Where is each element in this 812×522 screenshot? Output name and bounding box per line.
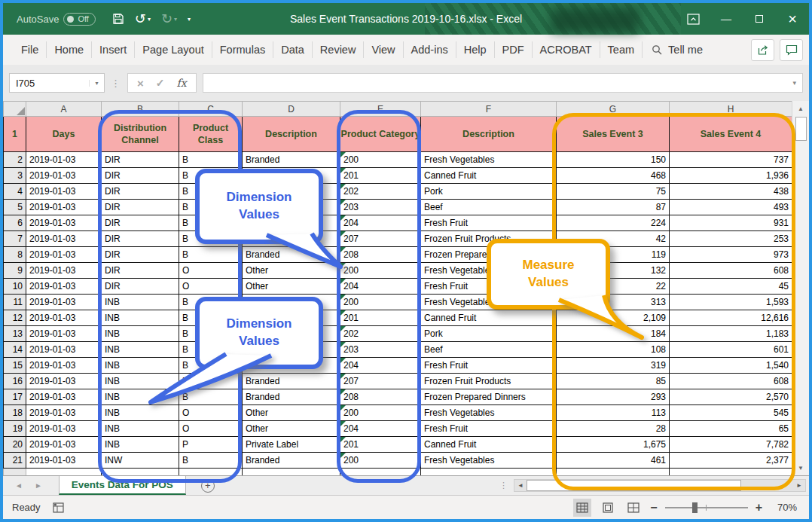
row-number[interactable]: 17 xyxy=(4,389,26,405)
cell-category[interactable]: 203 xyxy=(340,200,421,215)
ribbon-tab-add-ins[interactable]: Add-ins xyxy=(404,41,456,58)
macro-record-button[interactable] xyxy=(53,502,64,513)
ribbon-tab-home[interactable]: Home xyxy=(47,41,92,58)
cell-category-desc[interactable]: Fresh Fruit xyxy=(421,215,557,231)
cell-category[interactable]: 207 xyxy=(340,231,421,247)
cell-channel[interactable]: INB xyxy=(102,374,179,389)
cell-class-desc[interactable]: Private Label xyxy=(243,437,340,453)
ribbon-tab-formulas[interactable]: Formulas xyxy=(212,41,273,58)
cell-category[interactable]: 201 xyxy=(340,437,421,453)
cell-class[interactable]: O xyxy=(179,279,243,295)
column-header-d[interactable]: D xyxy=(243,102,340,117)
redo-button[interactable]: ↻ ▾ xyxy=(161,12,177,26)
name-box-dropdown-icon[interactable]: ▾ xyxy=(89,80,104,87)
cell-days[interactable]: 2019-01-03 xyxy=(26,326,102,342)
row-number[interactable]: 9 xyxy=(4,263,26,279)
row-number[interactable]: 6 xyxy=(4,215,26,231)
cell-event3[interactable]: 28 xyxy=(557,421,670,437)
cell-days[interactable]: 2019-01-03 xyxy=(26,215,102,231)
new-sheet-button[interactable]: + xyxy=(201,479,215,493)
cell-event3[interactable]: 468 xyxy=(557,168,670,184)
column-header-b[interactable]: B xyxy=(102,102,179,117)
ribbon-tab-data[interactable]: Data xyxy=(273,41,313,58)
ribbon-tab-review[interactable]: Review xyxy=(313,41,365,58)
cell-category-desc[interactable]: Canned Fruit xyxy=(421,437,557,453)
table-header-cell[interactable]: Description xyxy=(243,117,340,152)
cell-channel[interactable]: INW xyxy=(102,453,179,469)
row-number[interactable]: 3 xyxy=(4,168,26,184)
cell-class[interactable]: O xyxy=(179,421,243,437)
cell-channel[interactable]: DIR xyxy=(102,279,179,295)
cell-event3[interactable]: 85 xyxy=(557,374,670,389)
scroll-up-icon[interactable]: ▲ xyxy=(792,101,809,116)
cell-channel[interactable]: INB xyxy=(102,326,179,342)
cell-category-desc[interactable]: Fresh Fruit xyxy=(421,358,557,374)
cell-event3[interactable]: 1,675 xyxy=(557,437,670,453)
cell-class-desc[interactable]: Other xyxy=(243,405,340,421)
cell-days[interactable]: 2019-01-03 xyxy=(26,168,102,184)
ribbon-display-options-button[interactable] xyxy=(676,3,710,35)
cell-category[interactable]: 200 xyxy=(340,453,421,469)
cell-category[interactable]: 204 xyxy=(340,421,421,437)
cell-days[interactable]: 2019-01-03 xyxy=(26,295,102,310)
column-header-g[interactable]: G xyxy=(557,102,670,117)
cell-class-desc[interactable]: Other xyxy=(243,421,340,437)
cell-days[interactable]: 2019-01-03 xyxy=(26,231,102,247)
formula-input[interactable]: ▾ xyxy=(203,73,803,93)
customize-qat-button[interactable]: ▾ xyxy=(188,16,191,23)
cell-category-desc[interactable]: Frozen Prepared Dinners xyxy=(421,389,557,405)
cell-category[interactable]: 204 xyxy=(340,215,421,231)
cell-event4[interactable]: 737 xyxy=(670,152,792,168)
cell-event3[interactable]: 224 xyxy=(557,215,670,231)
column-header-f[interactable]: F xyxy=(421,102,557,117)
page-layout-view-button[interactable] xyxy=(599,499,617,517)
cell-days[interactable]: 2019-01-03 xyxy=(26,263,102,279)
cell-event4[interactable]: 608 xyxy=(670,374,792,389)
insert-function-icon[interactable]: fx xyxy=(177,77,187,89)
cell-channel[interactable]: INB xyxy=(102,421,179,437)
cell-class-desc[interactable]: Branded xyxy=(243,453,340,469)
tell-me-search[interactable]: Tell me xyxy=(643,41,712,58)
cell-category-desc[interactable]: Fresh Vegetables xyxy=(421,152,557,168)
row-number[interactable]: 11 xyxy=(4,295,26,310)
cell-days[interactable]: 2019-01-03 xyxy=(26,389,102,405)
ribbon-tab-acrobat[interactable]: ACROBAT xyxy=(533,41,600,58)
cell-event4[interactable]: 2,377 xyxy=(670,453,792,469)
column-header-e[interactable]: E xyxy=(340,102,421,117)
zoom-out-icon[interactable]: − xyxy=(650,501,657,514)
horizontal-scrollbar[interactable]: ◄ ► xyxy=(514,479,806,492)
row-number[interactable]: 10 xyxy=(4,279,26,295)
cell-category-desc[interactable]: Fresh Vegetables xyxy=(421,405,557,421)
next-sheet-icon[interactable]: ► xyxy=(35,481,42,490)
comments-button[interactable] xyxy=(780,39,803,61)
cell-event4[interactable]: 608 xyxy=(670,263,792,279)
cell-class-desc[interactable]: Branded xyxy=(243,247,340,263)
cell-event4[interactable]: 1,540 xyxy=(670,358,792,374)
table-header-cell[interactable]: Distribution Channel xyxy=(102,117,179,152)
cell-channel[interactable]: DIR xyxy=(102,168,179,184)
ribbon-tab-team[interactable]: Team xyxy=(600,41,643,58)
cell-category[interactable]: 204 xyxy=(340,358,421,374)
row-number[interactable]: 13 xyxy=(4,326,26,342)
cell-days[interactable]: 2019-01-03 xyxy=(26,421,102,437)
cancel-icon[interactable]: × xyxy=(137,77,144,90)
formula-bar-splitter[interactable]: ⋮ xyxy=(111,78,121,89)
cell-class[interactable]: B xyxy=(179,247,243,263)
cell-event3[interactable]: 150 xyxy=(557,152,670,168)
share-button[interactable] xyxy=(751,39,774,61)
row-number[interactable]: 2 xyxy=(4,152,26,168)
cell-category-desc[interactable]: Fresh Fruit xyxy=(421,421,557,437)
cell-event3[interactable]: 184 xyxy=(557,326,670,342)
cell-channel[interactable]: INB xyxy=(102,310,179,326)
cell-days[interactable]: 2019-01-03 xyxy=(26,247,102,263)
cell-days[interactable]: 2019-01-03 xyxy=(26,358,102,374)
cell-channel[interactable]: INB xyxy=(102,405,179,421)
cell-days[interactable]: 2019-01-03 xyxy=(26,310,102,326)
undo-dropdown-icon[interactable]: ▾ xyxy=(148,16,151,23)
cell-event4[interactable]: 1,936 xyxy=(670,168,792,184)
cell-channel[interactable]: INB xyxy=(102,358,179,374)
row-number[interactable]: 1 xyxy=(4,117,26,152)
row-number[interactable]: 18 xyxy=(4,405,26,421)
table-header-cell[interactable]: Days xyxy=(26,117,102,152)
cell-days[interactable]: 2019-01-03 xyxy=(26,374,102,389)
